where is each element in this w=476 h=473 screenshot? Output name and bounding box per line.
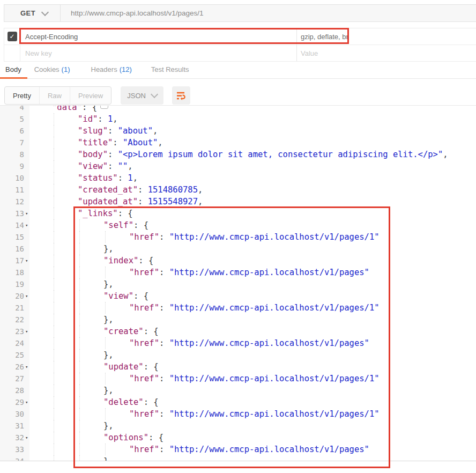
header-row: ✓ Accept-Encoding gzip, deflate, br [4,28,476,45]
code-token: "options" [103,433,148,442]
code-line: 33"href": "http://www.cmcp-api.localhost… [0,444,476,455]
header-editor: ✓ Accept-Encoding gzip, deflate, br New … [4,28,476,62]
code-line: 19}, [0,278,476,290]
code-token: , [158,138,162,147]
code-token: "index" [103,256,138,265]
code-line: 25}, [0,349,476,361]
code-token: "delete" [103,397,144,407]
code-token: 1 [108,114,113,124]
new-header-key-input[interactable]: New key [20,45,296,61]
code-token: "href" [129,409,159,419]
code-token: : { [144,327,159,336]
request-bar: GET http://www.cmcp-api.localhost/v1/pag… [4,4,476,22]
header-checkbox[interactable]: ✓ [8,32,17,41]
code-token: "_links" [78,209,118,218]
format-label: JSON [127,92,146,100]
code-token: : [138,185,148,195]
url-input[interactable]: http://www.cmcp-api.localhost/v1/pages/1 [61,9,204,17]
code-line: 26▾"update": { [0,361,476,373]
code-line: 32▾"options": { [0,432,476,444]
code-token: "href" [129,338,159,348]
code-token: "data" [52,105,82,112]
tab-test-results[interactable]: Test Results [151,65,189,73]
code-line: 34} [0,455,476,461]
response-tabs: Body Cookies(1) Headers(12) Test Results [0,60,476,79]
body-toolbar: Pretty Raw Preview JSON [4,86,190,105]
preview-button[interactable]: Preview [70,87,111,104]
code-token: "http://www.cmcp-api.localhost/v1/pages" [169,268,369,277]
new-header-value-input[interactable]: Value [296,45,476,61]
code-token: "" [118,161,128,171]
tab-headers[interactable]: Headers(12) [91,65,132,73]
code-token: , [443,150,448,159]
code-token: : { [133,291,148,301]
code-token: , [128,161,132,171]
code-token: "http://www.cmcp-api.localhost/v1/pages/… [169,409,380,419]
code-token: "<p>Lorem ipsum dolor sit amet, consecte… [118,150,443,159]
wrap-lines-button[interactable] [172,86,190,105]
code-token: } [103,456,108,461]
code-token: }, [103,350,114,360]
code-token: : [159,445,169,454]
code-token: , [198,185,203,195]
code-token: : { [82,105,97,112]
code-line: 24"href": "http://www.cmcp-api.localhost… [0,337,476,349]
code-token: "href" [129,268,159,277]
raw-button[interactable]: Raw [39,87,70,104]
code-token: "id" [78,114,98,124]
tab-cookies[interactable]: Cookies(1) [34,65,70,73]
collapsed-marker-icon[interactable] [100,105,108,109]
header-key-input[interactable]: Accept-Encoding [20,28,296,45]
code-line: 20▾"view": { [0,290,476,302]
code-token: "updated_at" [78,197,138,206]
view-mode-group: Pretty Raw Preview [4,86,111,105]
pretty-button[interactable]: Pretty [5,87,39,104]
code-token: "self" [103,220,133,230]
code-token: "body" [78,150,108,159]
code-token: "about" [118,126,153,136]
code-token: : [159,268,169,277]
header-checkbox-cell: ✓ [4,28,20,45]
code-line: 14▾"self": { [0,219,476,231]
code-line: 21"href": "http://www.cmcp-api.localhost… [0,302,476,314]
code-token: : { [144,362,159,372]
code-token: "http://www.cmcp-api.localhost/v1/pages/… [169,303,380,313]
code-editor: 4"data": {5"id": 1,6"slug": "about",7"ti… [0,105,476,461]
code-token: "http://www.cmcp-api.localhost/v1/pages" [169,445,369,454]
code-token: : { [144,397,159,407]
code-line: 12"updated_at": 1515548927, [0,196,476,208]
code-token: }, [103,279,114,289]
code-line: 4"data": { [0,105,476,113]
cookies-count-badge: (1) [62,65,70,73]
new-header-row: New key Value [4,45,476,62]
code-line: 9"view": "", [0,160,476,172]
tab-headers-label: Headers [91,65,117,73]
method-label: GET [20,9,35,17]
code-token: "About" [123,138,158,147]
code-token: "created_at" [78,185,138,195]
code-token: "http://www.cmcp-api.localhost/v1/pages/… [169,232,380,242]
code-token: "view" [103,291,133,301]
method-dropdown[interactable]: GET [4,5,60,21]
code-line: 29▾"delete": { [0,396,476,408]
code-token: : [159,232,169,242]
code-token: : { [138,256,153,265]
code-token: "http://www.cmcp-api.localhost/v1/pages/… [169,374,380,383]
tab-body[interactable]: Body [5,65,21,73]
chevron-down-icon [151,91,158,98]
header-value-input[interactable]: gzip, deflate, br [296,28,476,45]
code-line: 17▾"index": { [0,255,476,267]
code-line: 8"body": "<p>Lorem ipsum dolor sit amet,… [0,149,476,160]
code-token: : [108,126,118,136]
code-token: "http://www.cmcp-api.localhost/v1/pages" [169,338,369,348]
format-select[interactable]: JSON [121,86,163,105]
code-token: : [108,150,118,159]
headers-count-badge: (12) [120,65,132,73]
code-token: "update" [103,362,144,372]
code-line: 10"status": 1, [0,172,476,184]
active-tab-underline [0,77,27,79]
code-line: 23▾"create": { [0,326,476,337]
code-token: "href" [129,374,159,383]
code-line: 5"id": 1, [0,113,476,125]
tab-test-results-label: Test Results [151,65,189,73]
